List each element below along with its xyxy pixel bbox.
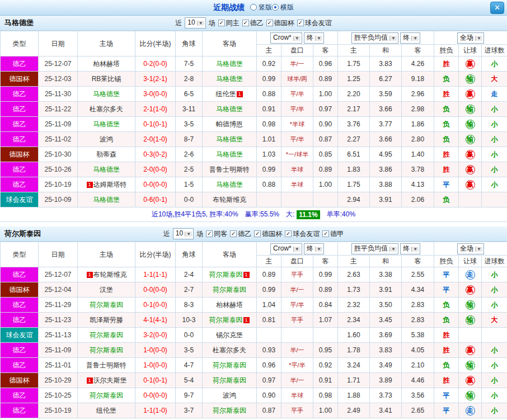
corners: 10-3 xyxy=(176,313,203,328)
team-name[interactable]: 勒蒂森 xyxy=(96,150,116,158)
team-name[interactable]: 沃尔夫斯堡 xyxy=(93,376,127,384)
close-button[interactable]: ✕ xyxy=(490,2,504,14)
team-name[interactable]: 荷尔斯泰因 xyxy=(209,316,243,324)
final-avg-select[interactable]: 终▼ xyxy=(400,243,420,254)
odds-handicap xyxy=(281,192,313,207)
away-team-cell: 马格德堡 xyxy=(203,132,257,147)
team-name[interactable]: 马格德堡 xyxy=(216,150,243,158)
team-name[interactable]: 荷尔斯泰因 xyxy=(90,301,123,309)
team-name[interactable]: 杜塞尔多夫 xyxy=(90,105,123,113)
avg-away: 1.86 xyxy=(402,117,434,132)
team-name[interactable]: 荷尔斯泰因 xyxy=(213,407,246,414)
team-name[interactable]: 马格德堡 xyxy=(216,181,243,188)
team-name[interactable]: 荷尔斯泰因 xyxy=(90,331,123,339)
avg-away: 2.06 xyxy=(402,192,434,207)
avg-select[interactable]: 胜平负均值▼ xyxy=(351,32,398,44)
team-name[interactable]: 锡尔克堡 xyxy=(216,331,243,339)
team-name[interactable]: 马格德堡 xyxy=(93,120,120,128)
team-name[interactable]: 柏林赫塔 xyxy=(93,60,120,68)
odds-away: 0.99 xyxy=(313,267,338,282)
corners: 2-6 xyxy=(176,147,203,162)
odds-handicap: 平/半 xyxy=(281,132,313,147)
team-name[interactable]: 波鸿 xyxy=(223,391,236,399)
odds-home: 0.98 xyxy=(257,117,281,132)
filter-checkbox[interactable]: ✓德国杯 xyxy=(254,229,282,239)
avg-home: 3.76 xyxy=(338,117,370,132)
scope-select[interactable]: 全场▼ xyxy=(457,243,484,254)
team-name[interactable]: 杜塞尔多夫 xyxy=(213,346,246,354)
team-name[interactable]: 达姆斯塔特 xyxy=(93,181,127,188)
team-name[interactable]: 波鸿 xyxy=(100,135,113,143)
match-count-select[interactable]: 10▼ xyxy=(173,228,194,239)
handicap-result-ring: 输 xyxy=(466,120,475,129)
score: 3-2(0-0) xyxy=(135,328,176,343)
score: 4-1(4-1) xyxy=(135,313,176,328)
team-name[interactable]: 纽伦堡 xyxy=(96,407,116,414)
chevron-down-icon: ▼ xyxy=(475,247,482,252)
handicap-result-ring: 赢 xyxy=(466,285,475,295)
odds-away: 0.95 xyxy=(313,343,338,358)
subcolumn-header: 客 xyxy=(313,45,338,56)
radio-icon xyxy=(250,4,257,11)
final-avg-select[interactable]: 终▼ xyxy=(400,32,420,44)
layout-radio[interactable]: 竖版 xyxy=(250,3,272,12)
team-name[interactable]: 荷尔斯泰因 xyxy=(90,346,123,354)
filter-checkbox[interactable]: ✓同主 xyxy=(218,18,240,28)
team-name[interactable]: 马格德堡 xyxy=(216,105,243,113)
bookmaker-select[interactable]: Crow*▼ xyxy=(270,243,302,254)
team-name[interactable]: 普鲁士明斯特 xyxy=(86,361,126,369)
team-name[interactable]: 布轮斯维克 xyxy=(213,196,246,204)
team-name[interactable]: 普鲁士明斯特 xyxy=(209,166,250,173)
team-name[interactable]: 纽伦堡 xyxy=(216,90,236,98)
match-row: 德乙25-11-29荷尔斯泰因0-1(0-0)8-3柏林赫塔1.04平/半0.8… xyxy=(1,298,507,313)
filter-checkbox[interactable]: ✓德乙 xyxy=(242,18,264,28)
filter-bar: 近10▼场✓同主✓德乙✓德国杯✓球会友谊 xyxy=(175,17,331,29)
filter-checkbox[interactable]: ✓同客 xyxy=(206,229,227,239)
team-name[interactable]: 布轮斯维克 xyxy=(93,271,127,279)
team-name[interactable]: 汉堡 xyxy=(100,286,113,294)
match-count-select[interactable]: 10▼ xyxy=(185,17,205,29)
score: 0-3(0-2) xyxy=(135,147,176,162)
avg-home: 1.25 xyxy=(338,72,370,87)
team-name[interactable]: 荷尔斯泰因 xyxy=(90,391,123,399)
odds-handicap: 球半/两 xyxy=(281,72,313,87)
subcolumn-header: 盘口 xyxy=(281,45,313,56)
final-odds-select[interactable]: 终▼ xyxy=(304,243,324,254)
result-handicap: 赢 xyxy=(459,56,482,72)
team-name[interactable]: 帕德博恩 xyxy=(216,120,243,128)
team-name[interactable]: RB莱比锡 xyxy=(92,75,121,83)
home-team-cell: 汉堡 xyxy=(78,282,135,298)
filter-checkbox[interactable]: ✓德甲 xyxy=(322,229,344,239)
subcolumn-header: 进球数 xyxy=(482,45,507,56)
team-name[interactable]: 马格德堡 xyxy=(216,60,243,68)
layout-radio[interactable]: 横版 xyxy=(272,3,294,12)
avg-group-header: 胜平负均值▼ 终▼ xyxy=(338,31,434,45)
odds-handicap: 半/一 xyxy=(281,373,313,388)
bookmaker-select[interactable]: Crow*▼ xyxy=(270,32,302,44)
team-name[interactable]: 荷尔斯泰因 xyxy=(213,361,246,369)
team-name[interactable]: 马格德堡 xyxy=(216,75,243,83)
filter-checkbox[interactable]: ✓球会友谊 xyxy=(285,229,320,239)
team-name[interactable]: 凯泽斯劳滕 xyxy=(90,316,123,324)
odds-handicap: 平/半 xyxy=(281,102,313,117)
team-name[interactable]: 柏林赫塔 xyxy=(216,301,243,309)
avg-select[interactable]: 胜平负均值▼ xyxy=(351,243,398,254)
league-type: 球会友谊 xyxy=(1,192,39,207)
handicap-result-ring: 输 xyxy=(466,74,475,84)
team-name[interactable]: 马格德堡 xyxy=(93,90,120,98)
team-name[interactable]: 荷尔斯泰因 xyxy=(213,286,246,294)
filter-checkbox[interactable]: ✓球会友谊 xyxy=(297,18,332,28)
team-name[interactable]: 荷尔斯泰因 xyxy=(213,376,246,384)
team-name[interactable]: 马格德堡 xyxy=(93,166,120,173)
odds-handicap: 半/一 xyxy=(281,56,313,72)
filter-checkbox[interactable]: ✓德乙 xyxy=(230,229,251,239)
checkbox-icon: ✓ xyxy=(297,20,304,26)
team-name[interactable]: 马格德堡 xyxy=(93,196,120,204)
team-name[interactable]: 荷尔斯泰因 xyxy=(209,271,243,279)
scope-select[interactable]: 全场▼ xyxy=(457,32,484,44)
result-winloss: 平 xyxy=(434,177,459,192)
filter-checkbox[interactable]: ✓德国杯 xyxy=(266,18,294,28)
odds-away: 0.89 xyxy=(313,162,338,177)
final-odds-select[interactable]: 终▼ xyxy=(304,32,324,44)
team-name[interactable]: 马格德堡 xyxy=(216,135,243,143)
